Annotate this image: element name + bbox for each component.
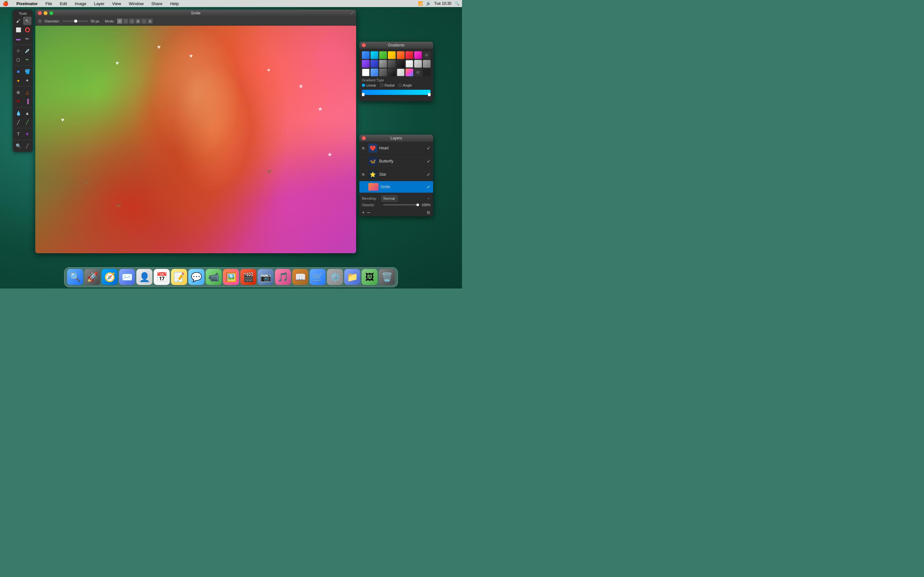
layer-item-star[interactable]: fx ⭐ Star ✓ — [359, 168, 433, 181]
tool-rect-shape[interactable]: ■ — [14, 67, 23, 76]
dock-item-gallery[interactable]: 🖼 — [362, 269, 378, 285]
dock-item-appstore[interactable]: 🛒 — [310, 269, 326, 285]
layer-check-smile[interactable]: ✓ — [427, 184, 431, 189]
dock-item-facetime[interactable]: 📹 — [206, 269, 222, 285]
window-maximize-btn[interactable] — [49, 11, 53, 15]
window-minimize-btn[interactable] — [44, 11, 47, 15]
dock-item-iphoto[interactable]: 📷 — [258, 269, 274, 285]
menu-edit[interactable]: Edit — [58, 1, 68, 6]
tool-eyedropper-top[interactable]: 💉 — [23, 47, 31, 55]
g-swatch-blue[interactable] — [362, 51, 370, 59]
tool-measure[interactable]: ╱ — [23, 118, 31, 126]
g-swatch-gray4[interactable] — [379, 69, 387, 76]
radio-radial[interactable] — [380, 84, 383, 87]
g-swatch-settings[interactable]: ⚙ — [423, 51, 431, 59]
g-swatch-pure-white[interactable] — [362, 69, 370, 76]
tool-rect-select[interactable]: ⬜ — [14, 26, 23, 34]
menu-search-icon[interactable]: 🔍 — [455, 1, 459, 6]
tool-burn[interactable]: △ — [23, 88, 31, 97]
gradient-type-angle[interactable]: Angle — [399, 83, 412, 87]
gradient-stop-left[interactable] — [362, 93, 365, 96]
blending-select[interactable]: Normal Multiply Screen Overlay Darken Li… — [381, 195, 398, 201]
menu-image[interactable]: Image — [73, 1, 87, 6]
dock-item-mail[interactable]: ✉️ — [119, 269, 135, 285]
dock-item-trash[interactable]: 🗑️ — [379, 269, 395, 285]
g-swatch-indigo[interactable] — [371, 60, 378, 68]
layer-item-smile[interactable]: Smile ✓ — [359, 181, 433, 193]
menu-window[interactable]: Window — [128, 1, 145, 6]
dock-item-photos[interactable]: 🖼️ — [223, 269, 239, 285]
g-swatch-white2[interactable] — [414, 60, 422, 68]
dock-item-folders[interactable]: 📁 — [344, 269, 360, 285]
g-swatch-blue2[interactable] — [371, 69, 378, 76]
mode-icon-6[interactable]: ◉ — [148, 19, 153, 24]
mode-icon-3[interactable]: ◫ — [129, 19, 134, 24]
diameter-slider[interactable] — [63, 21, 88, 22]
g-swatch-light[interactable] — [397, 69, 405, 76]
tool-select[interactable]: ↖ — [23, 17, 31, 25]
dock-item-messages[interactable]: 💬 — [188, 269, 204, 285]
gradient-stop-right[interactable] — [428, 93, 431, 96]
dock-item-calendar[interactable]: 📅 — [153, 269, 170, 285]
g-swatch-orange[interactable] — [397, 51, 405, 59]
remove-layer-btn[interactable]: − — [367, 210, 371, 215]
g-swatch-white1[interactable] — [405, 60, 413, 68]
tool-pen[interactable]: ✒ — [23, 55, 31, 64]
tool-zoom[interactable]: 🔍 — [14, 142, 23, 150]
window-expand-btn[interactable]: ⤢ — [351, 11, 354, 15]
dock-item-finder[interactable]: 🔍 — [67, 269, 83, 285]
g-swatch-red[interactable] — [405, 51, 413, 59]
menu-view[interactable]: View — [111, 1, 123, 6]
tool-smudge[interactable]: ⊛ — [14, 88, 23, 97]
g-swatch-gray1[interactable] — [379, 60, 387, 68]
toolbar-settings-icon[interactable]: ⚙ — [38, 19, 42, 24]
g-swatch-green[interactable] — [379, 51, 387, 59]
layers-close-btn[interactable] — [362, 136, 366, 140]
menu-help[interactable]: Help — [169, 1, 180, 6]
tool-ellipse-select[interactable]: ⭕ — [23, 26, 31, 34]
apple-menu[interactable]: 🍎 — [3, 1, 9, 6]
tool-redeye[interactable]: 👁 — [14, 97, 23, 105]
radio-angle[interactable] — [399, 84, 402, 87]
menu-file[interactable]: File — [44, 1, 53, 6]
opacity-slider[interactable] — [383, 204, 419, 205]
tool-lasso[interactable]: ✏ — [23, 35, 31, 43]
menu-share[interactable]: Share — [150, 1, 164, 6]
mode-icon-1[interactable]: ■ — [117, 19, 122, 24]
radio-linear[interactable] — [362, 84, 365, 87]
tool-eraser[interactable]: ◻ — [14, 55, 23, 64]
menu-layer[interactable]: Layer — [93, 1, 106, 6]
tool-paint-bucket[interactable]: 🪣 — [23, 67, 31, 76]
tool-water[interactable]: 💧 — [14, 109, 23, 117]
dock-item-launchpad[interactable]: 🚀 — [84, 269, 100, 285]
layer-check-heart[interactable]: ✓ — [427, 145, 431, 151]
tool-pipette[interactable]: ╱ — [23, 142, 31, 150]
g-swatch-cyan[interactable] — [371, 51, 378, 59]
dock-item-notes[interactable]: 📝 — [171, 269, 187, 285]
dock-item-contacts[interactable]: 👤 — [136, 269, 152, 285]
g-swatch-gray3[interactable] — [397, 60, 405, 68]
g-swatch-multicolor[interactable] — [405, 69, 413, 76]
tool-gradient[interactable]: ● — [14, 76, 23, 85]
window-close-btn[interactable] — [38, 11, 42, 15]
layer-check-star[interactable]: ✓ — [427, 172, 431, 177]
g-swatch-dark[interactable] — [388, 69, 396, 76]
gradient-type-linear[interactable]: Linear — [362, 83, 376, 87]
g-swatch-gray2[interactable] — [388, 60, 396, 68]
layer-item-heart[interactable]: fx ❤️ Heart ✓ — [359, 142, 433, 155]
g-swatch-settings2[interactable]: ⚙ — [414, 69, 422, 76]
tool-brush[interactable]: ▬ — [14, 35, 23, 43]
g-swatch-white3[interactable] — [423, 60, 431, 68]
tool-text[interactable]: T — [14, 130, 23, 138]
layer-settings-btn[interactable]: ⚙ — [426, 210, 431, 215]
mode-icon-5[interactable]: ○ — [142, 19, 147, 24]
app-name[interactable]: Pixelmator — [15, 1, 39, 6]
layer-item-butterfly[interactable]: 🦋 Butterfly ✓ — [359, 155, 433, 168]
tool-line[interactable]: ╱ — [14, 118, 23, 126]
g-swatch-purple[interactable] — [362, 60, 370, 68]
tool-sharpen[interactable]: ▲ — [23, 109, 31, 117]
layer-check-butterfly[interactable]: ✓ — [427, 159, 431, 164]
dock-item-itunes[interactable]: 🎵 — [275, 269, 291, 285]
gradient-bar[interactable] — [362, 90, 431, 95]
dock-item-dvd[interactable]: 🎬 — [240, 269, 256, 285]
